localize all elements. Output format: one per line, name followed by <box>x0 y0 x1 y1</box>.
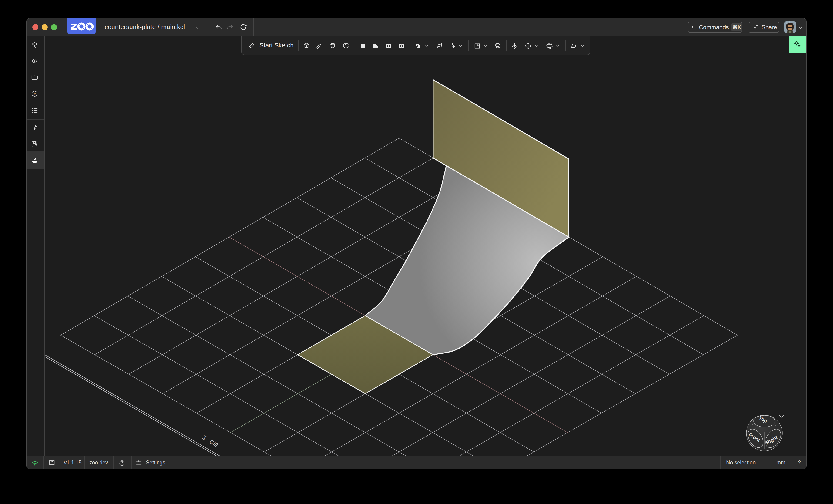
svg-text:x: x <box>33 92 35 96</box>
